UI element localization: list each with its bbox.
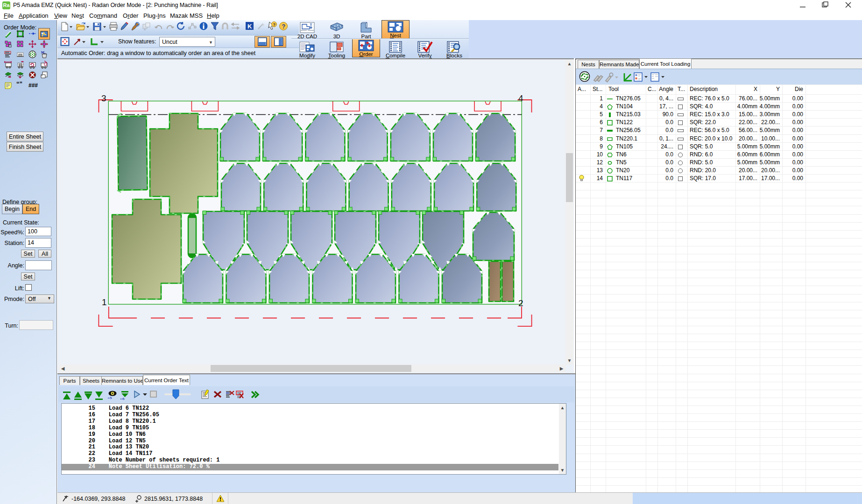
svg-text:Show features:: Show features: (118, 38, 156, 45)
svg-text:1: 1 (102, 297, 107, 307)
svg-text:K: K (247, 23, 252, 30)
svg-text:?: ? (273, 22, 276, 27)
svg-text:?: ? (282, 23, 286, 30)
svg-text:4: 4 (518, 93, 523, 103)
svg-text:3: 3 (101, 93, 106, 103)
svg-text:2: 2 (518, 298, 523, 308)
